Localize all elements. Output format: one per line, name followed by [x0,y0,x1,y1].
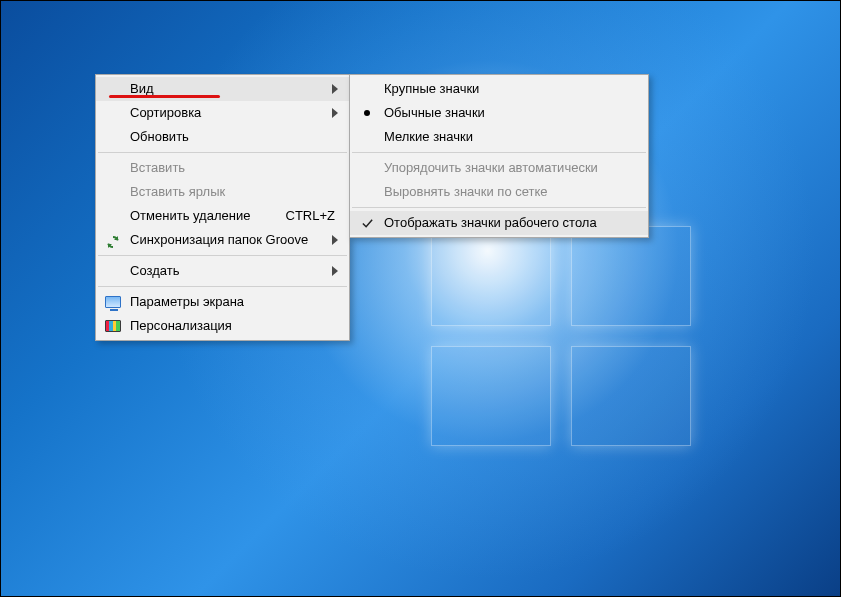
menu-item-shortcut: CTRL+Z [286,204,335,228]
menu-item-label: Упорядочить значки автоматически [384,160,598,175]
menu-item-sort[interactable]: Сортировка [96,101,349,125]
menu-separator [352,152,646,153]
submenu-item-align-grid[interactable]: Выровнять значки по сетке [350,180,648,204]
menu-separator [352,207,646,208]
menu-item-label: Вставить [130,160,185,175]
menu-item-label: Синхронизация папок Groove [130,232,308,247]
monitor-icon [104,290,122,314]
menu-item-refresh[interactable]: Обновить [96,125,349,149]
chevron-right-icon [331,77,339,101]
view-submenu: Крупные значки Обычные значки Мелкие зна… [349,74,649,238]
windows-logo-glow [431,226,731,466]
personalize-icon [104,314,122,338]
submenu-item-auto-arrange[interactable]: Упорядочить значки автоматически [350,156,648,180]
menu-item-groove-sync[interactable]: Синхронизация папок Groove [96,228,349,252]
submenu-item-small-icons[interactable]: Мелкие значки [350,125,648,149]
menu-item-display-settings[interactable]: Параметры экрана [96,290,349,314]
chevron-right-icon [331,101,339,125]
submenu-item-medium-icons[interactable]: Обычные значки [350,101,648,125]
menu-item-undo-delete[interactable]: Отменить удаление CTRL+Z [96,204,349,228]
menu-item-label: Отменить удаление [130,208,250,223]
menu-item-label: Создать [130,263,179,278]
radio-selected-icon [358,101,376,125]
menu-item-label: Обычные значки [384,105,485,120]
menu-separator [98,286,347,287]
menu-item-label: Вид [130,81,154,96]
menu-item-label: Отображать значки рабочего стола [384,215,597,230]
menu-item-label: Крупные значки [384,81,479,96]
submenu-item-show-desktop-icons[interactable]: Отображать значки рабочего стола [350,211,648,235]
desktop-context-menu: Вид Сортировка Обновить Вставить Вставит… [95,74,350,341]
submenu-item-large-icons[interactable]: Крупные значки [350,77,648,101]
menu-item-personalize[interactable]: Персонализация [96,314,349,338]
menu-separator [98,255,347,256]
menu-item-label: Обновить [130,129,189,144]
menu-item-paste: Вставить [96,156,349,180]
sync-icon [104,228,122,252]
menu-item-label: Вставить ярлык [130,184,225,199]
menu-item-label: Персонализация [130,318,232,333]
menu-item-create[interactable]: Создать [96,259,349,283]
menu-item-label: Параметры экрана [130,294,244,309]
menu-item-paste-shortcut: Вставить ярлык [96,180,349,204]
chevron-right-icon [331,259,339,283]
menu-item-label: Выровнять значки по сетке [384,184,548,199]
check-icon [358,211,376,235]
menu-item-label: Сортировка [130,105,201,120]
menu-item-label: Мелкие значки [384,129,473,144]
chevron-right-icon [331,228,339,252]
menu-separator [98,152,347,153]
annotation-underline [109,95,220,98]
